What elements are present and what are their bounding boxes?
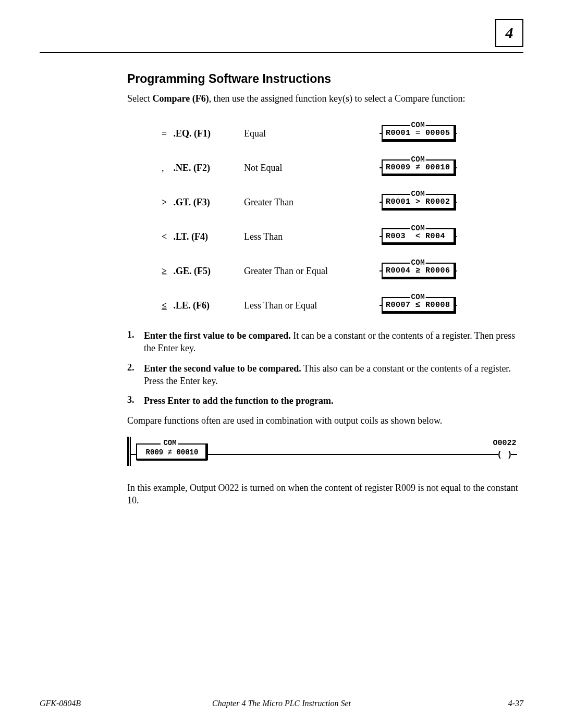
example-block-text: R009 ≠ 00010: [146, 448, 199, 456]
step-2: 2. Enter the second value to be compared…: [127, 362, 523, 388]
func-row-eq: = .EQ. (F1) Equal COM R0001 = 00005: [162, 125, 518, 142]
block-label: COM: [410, 156, 426, 163]
com-block-ne: COM R0009 ≠ 00010: [382, 159, 456, 176]
intro-bold: Compare (F6): [152, 93, 209, 104]
para-after-steps: Compare functions often are used in comb…: [127, 414, 523, 427]
com-block-lt: COM R003 < R004: [382, 228, 456, 245]
func-block-wrap: COM R0004 ≥ R0006: [382, 263, 456, 279]
para-example: In this example, Output O022 is turned o…: [127, 482, 523, 507]
chapter-number: 4: [506, 24, 513, 42]
block-tick-left: [380, 305, 383, 306]
func-desc: Greater Than: [244, 197, 382, 208]
block-tick-left: [380, 202, 383, 203]
block-label: COM: [410, 293, 426, 301]
func-desc: Less Than or Equal: [244, 300, 382, 311]
func-key-label: .LT. (F4): [174, 231, 209, 242]
block-tick-left: [380, 270, 383, 272]
step-bold: Press Enter to add the function to the p…: [144, 396, 334, 406]
step-bold: Enter the first value to be compared.: [144, 330, 291, 341]
step-text: Press Enter to add the function to the p…: [144, 394, 523, 407]
func-row-le: ≤ .LE. (F6) Less Than or Equal COM R0007…: [162, 297, 518, 314]
func-prefix: <: [162, 231, 171, 242]
func-block-wrap: COM R0007 ≤ R0008: [382, 297, 456, 314]
page-footer: GFK-0804B Chapter 4 The Micro PLC Instru…: [40, 699, 523, 708]
block-tick-left: [380, 133, 383, 134]
func-block-wrap: COM R0001 = 00005: [382, 125, 456, 142]
func-row-lt: < .LT. (F4) Less Than COM R003 < R004: [162, 228, 518, 245]
block-label: COM: [410, 190, 426, 198]
step-text: Enter the second value to be compared. T…: [144, 362, 523, 388]
func-key-label: .NE. (F2): [174, 163, 211, 173]
header-rule: [40, 52, 523, 53]
block-tick-right: [454, 236, 457, 237]
com-block-le: COM R0007 ≤ R0008: [382, 297, 456, 314]
example-coil-symbol: ( ): [497, 450, 512, 460]
block-tick-left: [380, 167, 383, 168]
step-number: 1.: [127, 329, 144, 355]
func-prefix: ,: [162, 163, 171, 174]
intro-suffix: , then use the assigned function key(s) …: [209, 93, 466, 104]
intro-paragraph: Select Compare (F6), then use the assign…: [127, 93, 523, 104]
ladder-diagram-svg: COM R009 ≠ 00010 O0022 ( ): [127, 437, 523, 466]
section-heading: Programming Software Instructions: [127, 72, 523, 86]
compare-functions-table: = .EQ. (F1) Equal COM R0001 = 00005 , .: [162, 125, 518, 314]
step-1: 1. Enter the first value to be compared.…: [127, 329, 523, 355]
footer-doc-id: GFK-0804B: [40, 699, 81, 708]
func-desc: Equal: [244, 128, 382, 139]
func-row-ne: , .NE. (F2) Not Equal COM R0009 ≠ 00010: [162, 159, 518, 176]
func-desc: Greater Than or Equal: [244, 266, 382, 277]
block-tick-left: [380, 236, 383, 237]
intro-prefix: Select: [127, 93, 152, 104]
block-label: COM: [410, 259, 426, 266]
example-output-label: O0022: [493, 439, 516, 448]
footer-page-number: 4-37: [508, 699, 523, 708]
block-tick-right: [454, 305, 457, 306]
func-key: > .GT. (F3): [162, 197, 244, 208]
func-key-label: .GE. (F5): [174, 266, 211, 276]
func-block-wrap: COM R0001 > R0002: [382, 194, 456, 211]
func-block-wrap: COM R003 < R004: [382, 228, 456, 245]
func-key-label: .GT. (F3): [174, 197, 210, 207]
func-prefix: >: [162, 197, 171, 208]
chapter-number-badge: 4: [495, 19, 523, 47]
step-text: Enter the first value to be compared. It…: [144, 329, 523, 355]
page-content: Programming Software Instructions Select…: [127, 72, 523, 507]
func-key: < .LT. (F4): [162, 231, 244, 242]
svg-rect-4: [205, 444, 207, 461]
block-tick-right: [454, 167, 457, 168]
block-tick-right: [454, 133, 457, 134]
func-key: , .NE. (F2): [162, 163, 244, 174]
footer-chapter-title: Chapter 4 The Micro PLC Instruction Set: [212, 699, 351, 708]
block-tick-right: [454, 270, 457, 272]
func-row-ge: ≥ .GE. (F5) Greater Than or Equal COM R0…: [162, 263, 518, 279]
func-prefix: ≥: [162, 266, 171, 277]
step-3: 3. Press Enter to add the function to th…: [127, 394, 523, 407]
example-ladder: COM R009 ≠ 00010 O0022 ( ): [127, 437, 523, 466]
func-key-label: .EQ. (F1): [174, 128, 211, 139]
func-block-wrap: COM R0009 ≠ 00010: [382, 159, 456, 176]
block-tick-right: [454, 202, 457, 203]
com-block-gt: COM R0001 > R0002: [382, 194, 456, 211]
block-label: COM: [410, 121, 426, 129]
func-key: ≤ .LE. (F6): [162, 300, 244, 311]
example-block-label: COM: [163, 439, 176, 447]
func-desc: Not Equal: [244, 163, 382, 174]
func-desc: Less Than: [244, 231, 382, 242]
func-key-label: .LE. (F6): [174, 300, 210, 311]
com-block-eq: COM R0001 = 00005: [382, 125, 456, 142]
func-key: ≥ .GE. (F5): [162, 266, 244, 277]
block-label: COM: [410, 225, 426, 232]
com-block-ge: COM R0004 ≥ R0006: [382, 263, 456, 279]
step-bold: Enter the second value to be compared.: [144, 363, 301, 374]
func-row-gt: > .GT. (F3) Greater Than COM R0001 > R00…: [162, 194, 518, 211]
step-number: 2.: [127, 362, 144, 388]
func-prefix: =: [162, 128, 171, 139]
svg-rect-5: [137, 459, 207, 461]
func-key: = .EQ. (F1): [162, 128, 244, 139]
instruction-steps: 1. Enter the first value to be compared.…: [127, 329, 523, 407]
func-prefix: ≤: [162, 300, 171, 311]
step-number: 3.: [127, 394, 144, 407]
